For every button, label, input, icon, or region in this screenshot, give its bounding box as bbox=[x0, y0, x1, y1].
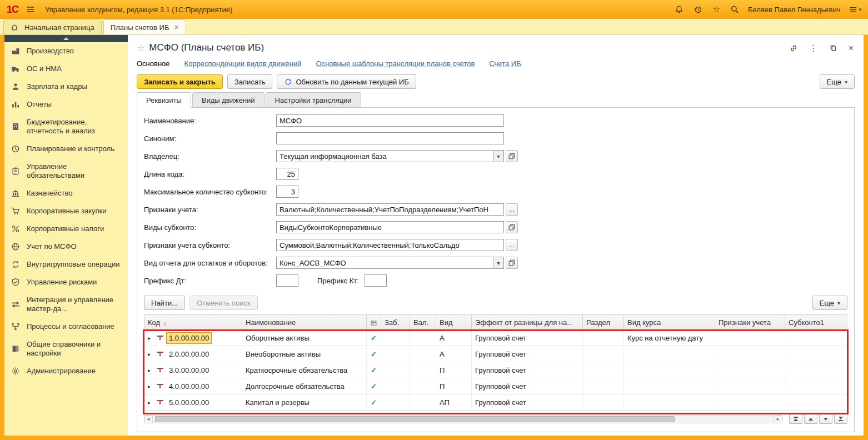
sidebar-item-kaznacheystvo[interactable]: Казначейство bbox=[4, 184, 128, 202]
prefix-dt-input[interactable] bbox=[276, 274, 298, 287]
vid-cell[interactable]: А bbox=[436, 346, 472, 362]
go-last-button[interactable] bbox=[834, 414, 847, 424]
vid-cell[interactable]: А bbox=[436, 330, 472, 346]
current-user[interactable]: Беляев Павел Геннадьевич bbox=[748, 6, 841, 14]
flag-cell[interactable]: ✓ bbox=[367, 378, 381, 394]
sidebar-item-vnutrigruppovye[interactable]: Внутригрупповые операции bbox=[4, 256, 128, 273]
owner-input[interactable] bbox=[277, 151, 493, 161]
vid-cell[interactable]: АП bbox=[436, 394, 472, 411]
zab-cell[interactable] bbox=[381, 330, 410, 346]
name-cell[interactable]: Оборотные активы bbox=[242, 330, 367, 346]
effect-cell[interactable]: Групповой счет bbox=[472, 394, 583, 411]
val-cell[interactable] bbox=[410, 362, 436, 378]
expand-icon[interactable]: ▸ bbox=[148, 399, 153, 406]
rate-cell[interactable] bbox=[624, 378, 715, 394]
tab-vidy-dvizheniy[interactable]: Виды движений bbox=[192, 92, 265, 108]
effect-cell[interactable]: Групповой счет bbox=[472, 362, 583, 378]
rate-cell[interactable]: Курс на отчетную дату bbox=[624, 330, 715, 346]
go-down-button[interactable] bbox=[819, 414, 832, 424]
col-section[interactable]: Раздел bbox=[583, 315, 624, 330]
sidebar-item-zarplata[interactable]: Зарплата и кадры bbox=[4, 78, 128, 96]
subconto-kinds-input[interactable] bbox=[276, 221, 504, 233]
report-kind-dropdown-icon[interactable]: ▾ bbox=[493, 257, 503, 268]
section-cell[interactable] bbox=[583, 378, 624, 394]
col-name[interactable]: Наименование bbox=[242, 315, 367, 330]
sidebar-item-zakupki[interactable]: Корпоративные закупки bbox=[4, 202, 128, 220]
report-kind-open-button[interactable] bbox=[506, 257, 518, 269]
code-length-input[interactable] bbox=[276, 168, 298, 180]
section-cell[interactable] bbox=[583, 346, 624, 362]
col-flag[interactable] bbox=[367, 315, 381, 330]
subconto1-cell[interactable] bbox=[785, 394, 847, 411]
go-up-button[interactable] bbox=[804, 414, 817, 424]
more-button-table[interactable]: Еще▾ bbox=[812, 296, 847, 310]
subconto-flags-choose-button[interactable]: ... bbox=[506, 239, 518, 251]
main-menu-button[interactable] bbox=[25, 4, 36, 15]
favorite-star-icon[interactable]: ☆ bbox=[137, 43, 144, 53]
accounting-flags-input[interactable] bbox=[276, 203, 504, 216]
max-subconto-input[interactable] bbox=[276, 186, 298, 198]
search-icon[interactable] bbox=[729, 4, 740, 15]
val-cell[interactable] bbox=[410, 330, 436, 346]
name-cell[interactable]: Капитал и резервы bbox=[242, 394, 367, 411]
nav-link-shablony[interactable]: Основные шаблоны трансляции планов счето… bbox=[316, 59, 475, 68]
zab-cell[interactable] bbox=[381, 394, 410, 411]
sidebar-item-byudzhetirovanie[interactable]: Бюджетирование, отчетность и анализ bbox=[4, 113, 128, 140]
section-cell[interactable] bbox=[583, 394, 624, 411]
vid-cell[interactable]: П bbox=[436, 378, 472, 394]
nav-link-korrespondencii[interactable]: Корреспонденции видов движений bbox=[184, 59, 302, 68]
effect-cell[interactable]: Групповой счет bbox=[472, 330, 583, 346]
name-cell[interactable]: Долгосрочные обязательства bbox=[242, 378, 367, 394]
sidebar-item-proizvodstvo[interactable]: Производство bbox=[4, 42, 128, 60]
effect-cell[interactable]: Групповой счет bbox=[472, 378, 583, 394]
subconto1-cell[interactable] bbox=[785, 378, 847, 394]
col-subconto1[interactable]: Субконто1 bbox=[785, 315, 847, 330]
rate-cell[interactable] bbox=[624, 394, 715, 411]
sidebar-item-os-i-nma[interactable]: ОС и НМА bbox=[4, 60, 128, 78]
horizontal-scrollbar[interactable] bbox=[154, 415, 772, 423]
code-cell[interactable]: ▸5.0.00.00.00 bbox=[144, 394, 242, 411]
notifications-bell-icon[interactable] bbox=[674, 4, 685, 15]
expand-icon[interactable]: ▸ bbox=[148, 351, 153, 357]
val-cell[interactable] bbox=[410, 346, 436, 362]
subconto-flags-input[interactable] bbox=[276, 239, 504, 251]
sidebar-item-riski[interactable]: Управление рисками bbox=[4, 273, 128, 291]
vid-cell[interactable]: П bbox=[436, 362, 472, 378]
sidebar-item-obyazatelstva[interactable]: Управление обязательствами bbox=[4, 158, 128, 184]
section-cell[interactable] bbox=[583, 330, 624, 346]
flag-cell[interactable]: ✓ bbox=[367, 346, 381, 362]
sidebar-item-processy[interactable]: Процессы и согласование bbox=[4, 318, 128, 336]
tab-close-icon[interactable]: × bbox=[174, 23, 178, 32]
close-window-icon[interactable]: × bbox=[847, 42, 855, 54]
rate-cell[interactable] bbox=[624, 362, 715, 378]
val-cell[interactable] bbox=[410, 394, 436, 411]
code-cell[interactable]: ▸1.0.00.00.00 bbox=[144, 330, 242, 346]
report-kind-input[interactable] bbox=[277, 258, 493, 268]
expand-icon[interactable]: ▸ bbox=[148, 335, 153, 341]
val-cell[interactable] bbox=[410, 378, 436, 394]
name-cell[interactable]: Краткосрочные обязательства bbox=[242, 362, 367, 378]
sidebar-scroll-up-indicator[interactable] bbox=[4, 35, 128, 42]
tab-home[interactable]: Начальная страница bbox=[3, 19, 102, 34]
section-cell[interactable] bbox=[583, 362, 624, 378]
scrollbar-thumb[interactable] bbox=[155, 416, 675, 422]
col-zab[interactable]: Заб. bbox=[381, 315, 410, 330]
scroll-right-icon[interactable]: ▸ bbox=[774, 415, 782, 423]
col-code[interactable]: Код↓ bbox=[144, 315, 242, 330]
flag-cell[interactable]: ✓ bbox=[367, 394, 381, 411]
code-cell[interactable]: ▸4.0.00.00.00 bbox=[144, 378, 242, 394]
sidebar-item-integraciya[interactable]: Интеграция и управление мастер-да... bbox=[4, 291, 128, 318]
sidebar-item-planirovanie[interactable]: Планирование и контроль bbox=[4, 140, 128, 158]
zab-cell[interactable] bbox=[381, 346, 410, 362]
flag-cell[interactable]: ✓ bbox=[367, 330, 381, 346]
sidebar-item-spravochniki[interactable]: Общие справочники и настройки bbox=[4, 336, 128, 362]
effect-cell[interactable]: Групповой счет bbox=[472, 346, 583, 362]
tab-plany-schetov[interactable]: Планы счетов ИБ × bbox=[103, 19, 186, 34]
expand-icon[interactable]: ▸ bbox=[148, 383, 153, 389]
link-icon[interactable] bbox=[788, 43, 799, 54]
flag-cell[interactable]: ✓ bbox=[367, 362, 381, 378]
col-vid[interactable]: Вид bbox=[436, 315, 472, 330]
col-rate[interactable]: Вид курса bbox=[624, 315, 715, 330]
nav-link-scheta-ib[interactable]: Счета ИБ bbox=[489, 59, 521, 68]
acc-flags-cell[interactable] bbox=[715, 346, 785, 362]
